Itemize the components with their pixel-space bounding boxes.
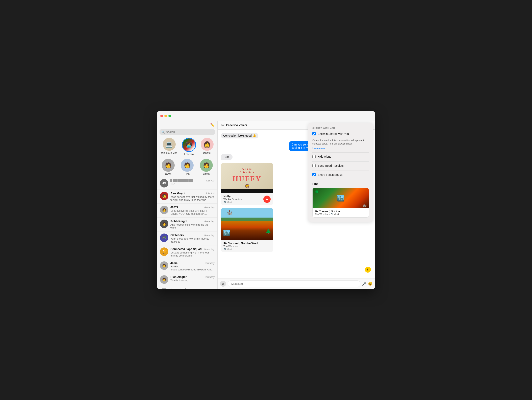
search-bar[interactable]: 🔍 [159,129,215,135]
avatar: 🎮 [160,233,168,242]
compose-icon: ✏️ [210,123,215,127]
list-item[interactable]: 🧑 Robb Knight Yesterday And nobody else … [157,218,217,232]
conv-time: Yesterday [204,206,215,209]
show-in-shared-option[interactable]: Show in Shared with You [312,132,369,135]
panel-divider-1 [312,152,369,153]
avatar-federico: 🧑‍💻 [182,138,196,152]
avatar: 🧑 [160,206,168,214]
sent-bubble-sure: Sure [221,154,233,160]
pin-card[interactable]: 🏙️ 🌲 🏰 Fix Yourself, Not the... The Womb… [312,188,369,218]
avatar: 🧑 [160,275,168,284]
search-input[interactable] [166,130,213,134]
send-read-receipts-checkbox[interactable] [312,164,316,167]
message-input[interactable] [228,280,360,287]
search-icon: 🔍 [162,131,165,134]
conv-time: Yesterday [204,220,215,223]
conv-name: Jason Snell [171,288,186,289]
conv-body: 46339 Thursday FedEx: fedex.com/t/508692… [171,261,215,271]
pinned-item-jennifer[interactable]: 👩 Jennifer [201,138,214,156]
conv-body: Robb Knight Yesterday And nobody else wa… [171,219,215,229]
panel-description: Content shared in this conversation will… [312,139,369,146]
pin-title: Fix Yourself, Not the... [315,210,367,213]
send-read-receipts-option[interactable]: Send Read Receipts [312,164,369,167]
conv-body: Alex Guyot 12:14 AM Yess perfect! We jus… [171,192,215,201]
conv-time: Thursday [204,276,215,278]
pinned-item-mini-scule-men[interactable]: 💻 Mini-scule Men [161,138,177,156]
list-item[interactable]: 🧑 Alex Guyot 12:14 AM Yess perfect! We j… [157,190,217,204]
audio-icon: 🎤 [362,282,367,286]
share-focus-option[interactable]: Share Focus Status [312,173,369,176]
avatar-mini-scule-men: 💻 [163,138,176,151]
conv-name: Switchers [171,233,184,237]
pin-art: 🏙️ 🌲 🏰 [313,188,369,208]
pins-title: Pins [312,182,369,186]
conv-body: Rich Ziegler Thursday That is loooong [171,275,215,282]
panel-divider-4 [312,180,369,180]
pinned-item-finn[interactable]: 🧑 Finn [181,159,194,175]
main-content: ✏️ 🔍 💻 Mini-scule Men 🧑‍💻 [157,121,375,289]
music-card-fix-yourself[interactable]: 🏙️ 🌲 🏰 Fix Yourself, Not the World The W… [221,208,273,252]
pinned-item-owen[interactable]: 🧑 Owen [162,159,175,175]
conv-time: 12:14 AM [204,192,215,195]
avatar: 🧑 [160,261,168,270]
hide-alerts-checkbox[interactable] [312,155,316,158]
chat-recipient: Federico Viticci [226,123,247,127]
music-card-info-huffy: Huffy We Are Scientists 🎵 Music ▶ [221,193,273,205]
traffic-lights [160,115,171,117]
music-card-huffy[interactable]: we areScientists HUFFY 🦁 Huffy We Are Sc… [221,163,273,205]
avatar: 🧑 [160,192,168,200]
sidebar-header: ✏️ [157,121,217,129]
avatar: JV [160,179,168,187]
music-source-fix-yourself: 🎵 Music [223,248,259,251]
conv-time: 4:26 AM [206,179,215,182]
music-source-huffy: 🎵 Music [223,201,242,203]
conv-name: Rich Ziegler [171,275,187,278]
list-item[interactable]: 🧑 Rich Ziegler Thursday That is loooong [157,273,217,286]
avatar-jennifer: 👩 [201,138,214,151]
conv-body: Connected Jape Squad Yesterday Usually s… [171,247,215,257]
list-item[interactable]: 🧑 46339 Thursday FedEx: fedex.com/t/5086… [157,259,217,273]
music-artist-fix-yourself: The Wombats [223,245,259,248]
chat-to: To: Federico Viticci [221,123,247,127]
emoji-button[interactable]: 😊 [368,282,373,286]
close-button[interactable] [160,115,163,117]
hide-alerts-label: Hide Alerts [318,155,331,158]
avatar: 🧑 [160,288,168,289]
pinned-label-jennifer: Jennifer [203,152,211,154]
conv-body: █ ██ ██████ ██ 4:26 AM 15.1 [171,179,215,186]
list-item[interactable]: 🧑 Jason Snell Wednesday [157,286,217,289]
audio-button[interactable]: 🎤 [362,282,367,286]
maximize-button[interactable] [168,115,171,117]
conv-preview: FedEx: fedex.com/t/508692604302/en_US fr… [171,265,215,271]
learn-more-link[interactable]: Learn more... [312,147,327,150]
play-button-huffy[interactable]: ▶ [263,196,271,203]
pin-artist: The Wombats 🎵 Music [315,213,367,216]
apps-icon: A [222,282,224,285]
tag-bubble: Conclusion looks good 👍 [221,133,258,138]
list-item[interactable]: 🎮 Switchers Yesterday Yeah those are two… [157,232,217,245]
scroll-down-button[interactable]: ⬇ [365,267,371,273]
hide-alerts-option[interactable]: Hide Alerts [312,155,369,158]
list-item[interactable]: 🏆 Connected Jape Squad Yesterday Usually… [157,245,217,259]
conv-name: Alex Guyot [171,192,185,195]
conv-preview: Usually something with more legs than is… [171,251,215,257]
pinned-item-federico[interactable]: 🧑‍💻 Federico [182,138,196,156]
conv-preview: And nobody else wants to do the work [171,223,215,229]
conv-name: Connected Jape Squad [171,247,202,251]
show-in-shared-checkbox[interactable] [312,132,316,135]
conv-preview: Yess perfect! We just walked by there to… [171,195,215,201]
conv-body: Switchers Yesterday Yeah those are two o… [171,233,215,243]
pinned-label-federico: Federico [184,153,194,156]
pinned-label-mini-scule-men: Mini-scule Men [161,152,177,154]
conv-name: █ ██ ██████ ██ [171,179,193,182]
show-in-shared-label: Show in Shared with You [318,132,349,135]
share-focus-checkbox[interactable] [312,173,316,176]
list-item[interactable]: 🧑 69877 Yesterday UPS: Delivered your BA… [157,204,217,218]
minimize-button[interactable] [164,115,167,117]
pinned-item-calvin[interactable]: 🧑 Calvin [200,159,213,175]
compose-button[interactable]: ✏️ [210,123,215,127]
pinned-row-2: 🧑 Owen 🧑 Finn 🧑 Calvin [157,157,217,177]
conv-name: Robb Knight [171,219,187,223]
apps-button[interactable]: A [220,281,226,287]
list-item[interactable]: JV █ ██ ██████ ██ 4:26 AM 15.1 [157,177,217,190]
